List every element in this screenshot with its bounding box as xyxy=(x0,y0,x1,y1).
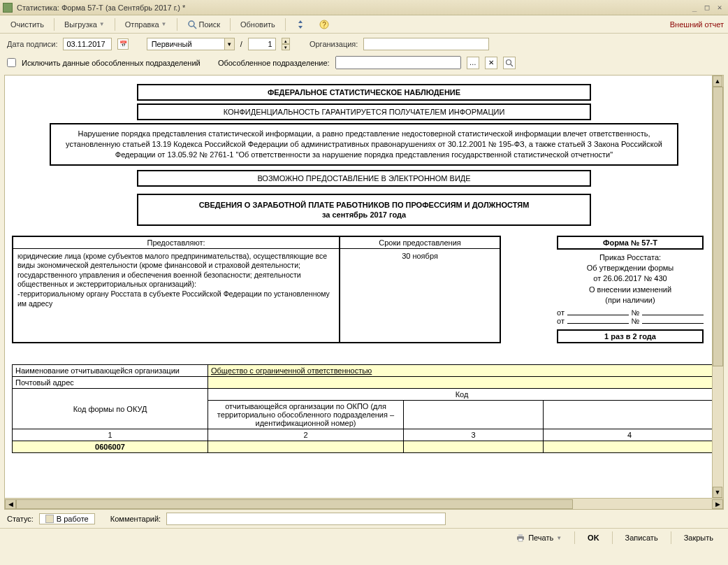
org-label: Организация: xyxy=(310,40,358,48)
maximize-button[interactable]: □ xyxy=(701,3,713,13)
expand-button[interactable] xyxy=(289,17,312,31)
exclude-label: Исключить данные обособленных подразделе… xyxy=(22,59,201,67)
window-title: Статистика: Форма 57-Т (за Сентябрь 2017… xyxy=(17,3,687,12)
order-dates: от№ от№ xyxy=(557,308,704,325)
org-name-cell[interactable]: Общество с ограниченной ответственностью xyxy=(208,365,716,377)
code4-cell[interactable] xyxy=(544,441,716,453)
sequence-spinner[interactable]: ▲▼ xyxy=(282,38,290,50)
table-row: Наименование отчитывающейся организации … xyxy=(13,365,716,377)
table-row: Почтовый адрес xyxy=(13,377,716,389)
date-label: Дата подписи: xyxy=(7,40,57,48)
postal-label: Почтовый адрес xyxy=(13,377,208,389)
svg-point-0 xyxy=(189,21,194,27)
type-value: Первичный xyxy=(147,40,196,48)
org-name-label: Наименование отчитывающейся организации xyxy=(13,365,208,377)
sequence-input[interactable] xyxy=(248,38,276,50)
info-row: Предоставляют: юридические лица (кроме с… xyxy=(12,236,716,344)
chevron-down-icon: ▼ xyxy=(99,21,105,27)
search-icon xyxy=(187,20,197,29)
scroll-thumb[interactable] xyxy=(713,87,723,366)
send-button[interactable]: Отправка▼ xyxy=(119,18,173,31)
minimize-button[interactable]: _ xyxy=(689,3,700,13)
scroll-right-button[interactable]: ▶ xyxy=(712,499,723,509)
calendar-icon: 📅 xyxy=(119,41,127,48)
print-button[interactable]: Печать▼ xyxy=(508,531,569,544)
header-box-2: КОНФИДЕНЦИАЛЬНОСТЬ ГАРАНТИРУЕТСЯ ПОЛУЧАТ… xyxy=(137,103,591,120)
status-bar: Статус: В работе Комментарий: xyxy=(0,510,728,528)
scroll-down-button[interactable]: ▼ xyxy=(713,487,722,498)
scroll-left-button[interactable]: ◀ xyxy=(5,499,16,509)
svg-text:?: ? xyxy=(322,21,326,29)
chevron-down-icon: ▼ xyxy=(556,535,562,541)
search-subdiv-button[interactable] xyxy=(503,57,516,69)
save-button[interactable]: Записать xyxy=(618,531,666,544)
clear-subdiv-button[interactable]: ✕ xyxy=(485,57,497,69)
order-info: Приказ Росстата: Об утверждении формы от… xyxy=(557,250,704,309)
spin-up[interactable]: ▲ xyxy=(282,38,290,44)
document-content: ФЕДЕРАЛЬНОЕ СТАТИСТИЧЕСКОЕ НАБЛЮДЕНИЕ КО… xyxy=(5,76,723,501)
date-input[interactable] xyxy=(63,38,112,50)
org-table: Наименование отчитывающейся организации … xyxy=(12,364,716,453)
code-cell-3 xyxy=(404,401,544,429)
close-button[interactable]: ✕ xyxy=(714,3,725,13)
refresh-button[interactable]: Обновить xyxy=(234,18,282,31)
form-title: СВЕДЕНИЯ О ЗАРАБОТНОЙ ПЛАТЕ РАБОТНИКОВ П… xyxy=(144,201,584,209)
close-dialog-button[interactable]: Закрыть xyxy=(676,531,721,544)
ok-button[interactable]: OK xyxy=(580,531,607,544)
calendar-button[interactable]: 📅 xyxy=(117,38,129,50)
okpo-cell[interactable] xyxy=(208,441,404,453)
status-value: В работе xyxy=(57,515,89,523)
subdiv-input[interactable] xyxy=(335,56,461,69)
table-row: Код формы по ОКУД Код xyxy=(13,389,716,401)
chevron-down-icon: ▼ xyxy=(161,21,167,27)
toolbar: Очистить Выгрузка▼ Отправка▼ Поиск Обнов… xyxy=(0,15,728,34)
clear-button[interactable]: Очистить xyxy=(4,18,50,31)
export-button[interactable]: Выгрузка▼ xyxy=(58,18,111,31)
provide-body: юридические лица (кроме субъектов малого… xyxy=(13,249,339,312)
status-icon xyxy=(45,515,54,523)
vertical-scrollbar[interactable]: ▲ ▼ xyxy=(712,76,723,498)
deadline-body: 30 ноября xyxy=(340,249,500,263)
frequency-box: 1 раз в 2 года xyxy=(557,329,704,343)
filter-bar-1: Дата подписи: 📅 Первичный ▼ / ▲▼ Организ… xyxy=(0,34,728,55)
comment-label: Комментарий: xyxy=(110,515,161,523)
svg-point-4 xyxy=(506,59,511,64)
title-box: СВЕДЕНИЯ О ЗАРАБОТНОЙ ПЛАТЕ РАБОТНИКОВ П… xyxy=(137,194,591,226)
svg-rect-7 xyxy=(518,534,523,536)
svg-line-1 xyxy=(194,26,196,29)
scroll-up-button[interactable]: ▲ xyxy=(713,76,722,87)
titlebar: Статистика: Форма 57-Т (за Сентябрь 2017… xyxy=(0,0,728,15)
comment-input[interactable] xyxy=(166,513,446,525)
scroll-track[interactable] xyxy=(713,87,723,487)
spin-down[interactable]: ▼ xyxy=(282,44,290,50)
chevron-down-icon: ▼ xyxy=(224,38,234,50)
header-box-1: ФЕДЕРАЛЬНОЕ СТАТИСТИЧЕСКОЕ НАБЛЮДЕНИЕ xyxy=(137,84,591,101)
scroll-thumb[interactable] xyxy=(16,499,573,509)
form-number: Форма № 57-Т xyxy=(557,236,704,250)
printer-icon xyxy=(516,534,525,542)
type-select[interactable]: Первичный ▼ xyxy=(147,38,235,50)
external-report-link[interactable]: Внешний отчет xyxy=(670,20,724,29)
org-input[interactable] xyxy=(363,38,489,50)
code3-cell[interactable] xyxy=(404,441,544,453)
status-label: Статус: xyxy=(7,515,34,523)
okpo-label: отчитывающейся организации по ОКПО (для … xyxy=(208,401,404,429)
footer-bar: Печать▼ OK Записать Закрыть xyxy=(0,528,728,547)
scroll-track[interactable] xyxy=(16,499,712,509)
horizontal-scrollbar[interactable]: ◀ ▶ xyxy=(5,498,723,509)
search-button[interactable]: Поиск xyxy=(181,17,226,31)
browse-button[interactable]: … xyxy=(467,57,479,69)
table-row: 1 2 3 4 xyxy=(13,429,716,441)
table-row: 0606007 xyxy=(13,441,716,453)
warning-box: Нарушение порядка представления статисти… xyxy=(50,123,678,166)
exclude-checkbox[interactable] xyxy=(7,58,16,67)
provide-box: Предоставляют: юридические лица (кроме с… xyxy=(12,236,340,344)
subdiv-label: Обособленное подразделение: xyxy=(218,59,330,67)
postal-cell[interactable] xyxy=(208,377,716,389)
form-info-box: Форма № 57-Т Приказ Росстата: Об утвержд… xyxy=(557,236,704,344)
svg-rect-8 xyxy=(518,538,523,541)
form-period: за сентябрь 2017 года xyxy=(144,210,584,219)
svg-line-5 xyxy=(511,64,513,66)
status-badge[interactable]: В работе xyxy=(39,513,95,524)
help-button[interactable]: ? xyxy=(313,17,335,31)
